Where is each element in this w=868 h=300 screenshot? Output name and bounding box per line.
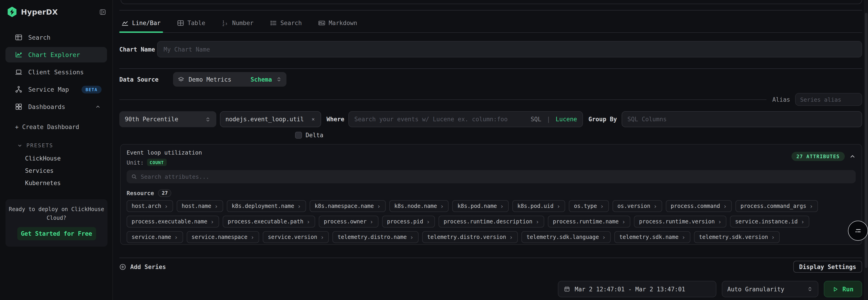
tab-line-bar[interactable]: Line/Bar [119,14,163,32]
sliders-icon [854,226,863,235]
lucene-toggle[interactable]: Lucene [556,116,577,122]
attribute-chip[interactable]: process.pid › [382,216,435,227]
sidebar-item-dashboards[interactable]: Dashboards [5,99,107,114]
get-started-button[interactable]: Get Started for Free [17,227,96,240]
chevron-up-icon[interactable] [95,104,101,109]
attribute-chip[interactable]: k8s.node.name › [389,200,449,212]
tab-label: Markdown [329,20,357,26]
remove-metric-icon[interactable]: ✕ [311,115,316,123]
attribute-chip[interactable]: k8s.pod.uid › [512,200,565,212]
attribute-chip[interactable]: host.name › [177,200,223,212]
attribute-chip[interactable]: telemetry.distro.name › [333,231,418,243]
group-by-input[interactable] [627,116,856,122]
sidebar-item-chart-explorer[interactable]: Chart Explorer [5,47,107,62]
floating-settings-button[interactable] [848,221,868,241]
chevron-right-icon: › [210,219,214,224]
attributes-count-badge[interactable]: 27 ATTRIBUTES [792,152,845,161]
chevron-updown-icon [276,76,282,83]
attribute-chip[interactable]: telemetry.distro.version › [422,231,518,243]
attribute-chip-label: process.runtime.description [443,218,532,225]
attribute-chip[interactable]: process.runtime.description › [439,216,544,227]
data-source-select[interactable]: Demo Metrics Schema [173,72,286,87]
page-scrollbar-track [864,0,868,300]
granularity-select[interactable]: Auto Granularity [722,281,818,297]
calendar-icon [564,286,570,292]
chart-preview-panel-edge [121,0,862,4]
data-source-row: Data Source Demo Metrics Schema [119,72,862,87]
resource-group-label: Resource [127,190,154,196]
attribute-chip-label: telemetry.distro.version [427,234,506,240]
where-search-input[interactable] [354,116,527,122]
attribute-chip[interactable]: process.owner › [319,216,378,227]
tab-label: Search [280,20,302,26]
display-settings-button[interactable]: Display Settings [793,261,862,273]
markdown-icon [318,20,325,26]
attribute-chip-label: host.arch [132,203,161,209]
time-range-picker[interactable]: Mar 2 12:47:01 - Mar 2 13:47:01 [558,281,716,297]
aggregation-select[interactable]: 90th Percentile [119,111,216,127]
attributes-panel: Event loop utilization Unit: COUNT 27 AT… [120,144,862,245]
attribute-chip[interactable]: k8s.pod.name › [453,200,509,212]
metric-chip[interactable]: nodejs.event_loop.util ✕ [220,111,321,127]
sql-toggle[interactable]: SQL [531,116,541,122]
sidebar-item-client-sessions[interactable]: Client Sessions [5,64,107,80]
attribute-search-input[interactable] [141,173,851,180]
presets-header[interactable]: PRESETS [0,142,113,148]
attribute-chip[interactable]: telemetry.sdk.language › [521,231,611,243]
attribute-chip[interactable]: k8s.deployment.name › [226,200,306,212]
attribute-chip[interactable]: process.runtime.name › [548,216,630,227]
attribute-chip-label: process.runtime.version [639,218,715,225]
chart-name-input[interactable] [157,41,862,57]
attribute-chip[interactable]: process.command_args › [736,200,818,212]
tab-table[interactable]: Table [175,14,208,32]
attribute-chip[interactable]: telemetry.sdk.name › [614,231,690,243]
attribute-chip[interactable]: service.version › [263,231,329,243]
beta-badge: BETA [82,85,101,93]
svg-text:3: 3 [225,22,227,26]
unit-row: Unit: COUNT [127,159,202,166]
attribute-chip[interactable]: os.type › [569,200,609,212]
attribute-chip[interactable]: process.executable.name › [127,216,219,227]
attribute-chip[interactable]: os.version › [612,200,662,212]
run-button[interactable]: Run [824,281,862,297]
attribute-chip[interactable]: host.arch › [127,200,173,212]
create-dashboard-button[interactable]: + Create Dashboard [0,124,113,130]
attribute-chip-label: k8s.pod.name [458,203,497,209]
attribute-chip[interactable]: service.instance.id › [730,216,809,227]
sidebar-item-search[interactable]: Search [5,30,107,45]
chevron-right-icon: › [307,219,310,224]
data-source-label: Data Source [119,76,158,83]
attribute-chip[interactable]: process.executable.path › [223,216,315,227]
chevron-up-icon[interactable] [849,153,856,160]
delta-row: Delta [295,131,862,139]
schema-link[interactable]: Schema [250,76,272,83]
collapse-sidebar-button[interactable] [99,8,106,15]
chevron-right-icon: › [535,219,539,224]
metric-description: Event loop utilization [127,149,202,156]
attribute-chip-label: service.instance.id [735,218,798,225]
list-icon [270,20,277,26]
tab-markdown[interactable]: Markdown [316,14,359,32]
attribute-chip[interactable]: telemetry.sdk.version › [694,231,780,243]
attribute-chip[interactable]: k8s.namespace.name › [310,200,386,212]
tab-label: Number [232,20,254,26]
preset-item[interactable]: Kubernetes [0,177,113,189]
delta-checkbox[interactable] [295,132,302,138]
preset-item[interactable]: ClickHouse [0,152,113,165]
metric-info: Event loop utilization Unit: COUNT [127,149,202,166]
preset-item[interactable]: Services [0,165,113,177]
group-by-label: Group By [588,116,617,122]
attribute-chip[interactable]: service.namespace › [186,231,259,243]
attribute-chip[interactable]: service.name › [127,231,183,243]
alias-input[interactable] [795,93,862,106]
toggle-divider: | [547,116,550,122]
sidebar-item-service-map[interactable]: Service Map BETA [5,82,107,97]
add-series-button[interactable]: Add Series [119,263,166,270]
number-icon: 1 2 3 [222,20,228,26]
tab-search[interactable]: Search [268,14,304,32]
tab-number[interactable]: 1 2 3 Number [219,14,256,32]
chevron-right-icon: › [653,203,657,209]
attribute-chip[interactable]: process.runtime.version › [634,216,726,227]
tab-label: Table [187,20,205,26]
attribute-chip[interactable]: process.command › [666,200,732,212]
